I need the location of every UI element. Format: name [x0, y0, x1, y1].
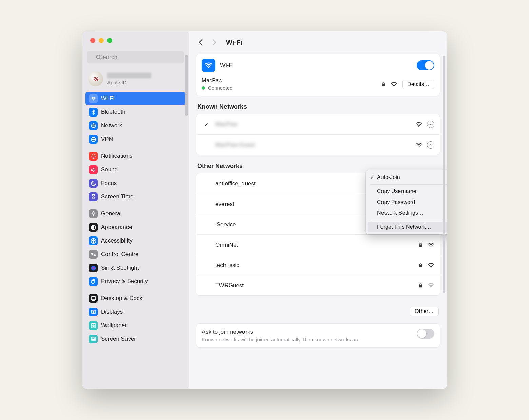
wifi-label: Wi-Fi	[220, 62, 412, 69]
topbar: Wi-Fi	[189, 31, 447, 54]
sidebar-item-label: General	[101, 210, 121, 217]
account-name-redacted	[107, 73, 151, 78]
sidebar-item-label: Appearance	[101, 224, 132, 231]
sidebar-item-label: Wi-Fi	[101, 95, 115, 102]
vpn-icon	[89, 135, 98, 144]
svg-point-23	[394, 86, 394, 86]
menu-item-copy-username[interactable]: Copy Username	[368, 186, 447, 197]
sidebar-item-desktop-dock[interactable]: Desktop & Dock	[85, 292, 185, 305]
ask-to-join-toggle[interactable]	[417, 329, 434, 339]
network-name: tech_ssid	[215, 262, 413, 269]
sidebar: Apple ID Wi-FiBluetoothNetworkVPNNotific…	[82, 31, 189, 389]
wifi-signal-icon	[428, 242, 434, 248]
details-button[interactable]: Details…	[402, 80, 434, 89]
svg-point-29	[431, 246, 431, 247]
wifi-signal-icon	[415, 142, 422, 148]
wifi-toggle[interactable]	[417, 60, 434, 70]
menu-item-forget-this-network[interactable]: Forget This Network…	[368, 222, 447, 232]
forward-button[interactable]	[210, 38, 218, 46]
apple-id-account[interactable]: Apple ID	[82, 67, 189, 92]
sidebar-item-focus[interactable]: Focus	[85, 176, 185, 190]
sidebar-item-label: Privacy & Security	[101, 278, 148, 285]
sidebar-item-bluetooth[interactable]: Bluetooth	[85, 105, 185, 119]
fullscreen-window-button[interactable]	[107, 38, 112, 43]
sidebar-item-label: Focus	[101, 180, 117, 187]
current-network-name: MacPaw	[202, 78, 376, 84]
sidebar-item-label: Accessibility	[101, 237, 133, 244]
svg-point-17	[93, 311, 94, 312]
content-scrollbar[interactable]	[443, 56, 445, 293]
close-window-button[interactable]	[90, 38, 95, 43]
svg-point-13	[91, 266, 96, 270]
bell-icon	[89, 152, 98, 161]
wifi-signal-icon	[428, 283, 434, 288]
sidebar-item-label: Wallpaper	[101, 322, 127, 329]
sidebar-item-wi-fi[interactable]: Wi-Fi	[85, 92, 185, 105]
gear-icon	[89, 209, 98, 218]
appearance-icon	[89, 223, 98, 232]
wifi-signal-icon	[428, 262, 434, 268]
sidebar-item-network[interactable]: Network	[85, 119, 185, 132]
sidebar-item-wallpaper[interactable]: Wallpaper	[85, 319, 185, 332]
sidebar-item-screen-saver[interactable]: Screen Saver	[85, 332, 185, 346]
known-networks-title: Known Networks	[196, 103, 440, 114]
network-row[interactable]: MacPaw-Guest•••	[196, 134, 440, 155]
sidebar-item-appearance[interactable]: Appearance	[85, 220, 185, 234]
sidebar-item-label: VPN	[101, 136, 113, 143]
wifi-status-card: Wi-Fi MacPaw Connected	[196, 54, 440, 96]
menu-item-auto-join[interactable]: Auto-Join	[368, 172, 447, 183]
network-icon	[89, 121, 98, 130]
wifi-icon	[89, 94, 98, 103]
lock-icon	[381, 81, 386, 87]
network-row[interactable]: tech_ssid	[196, 255, 440, 275]
sidebar-item-label: Network	[101, 122, 122, 129]
sidebar-item-control-centre[interactable]: Control Centre	[85, 248, 185, 261]
more-options-button[interactable]: •••	[427, 141, 434, 149]
svg-rect-15	[92, 300, 94, 300]
svg-point-31	[431, 287, 431, 288]
settings-window: Apple ID Wi-FiBluetoothNetworkVPNNotific…	[82, 31, 447, 389]
network-row[interactable]: OmniNet	[196, 234, 440, 255]
back-button[interactable]	[197, 38, 205, 46]
minimize-window-button[interactable]	[99, 38, 104, 43]
sidebar-item-label: Control Centre	[101, 251, 139, 258]
sidebar-item-screen-time[interactable]: Screen Time	[85, 190, 185, 204]
svg-point-8	[93, 239, 94, 240]
menu-item-copy-password[interactable]: Copy Password	[368, 197, 447, 208]
sidebar-item-notifications[interactable]: Notifications	[85, 149, 185, 163]
search-input[interactable]	[87, 51, 184, 63]
sidebar-item-label: Bluetooth	[101, 109, 125, 115]
svg-point-25	[418, 146, 419, 147]
sidebar-item-privacy-security[interactable]: Privacy & Security	[85, 275, 185, 288]
sidebar-item-label: Displays	[101, 309, 123, 315]
ask-to-join-card: Ask to join networks Known networks will…	[196, 323, 440, 348]
checkmark-icon: ✓	[202, 121, 211, 128]
sidebar-scrollbar[interactable]	[185, 55, 188, 116]
connection-status: Connected	[208, 85, 233, 91]
sidebar-item-label: Desktop & Dock	[101, 295, 142, 302]
other-network-button[interactable]: Other…	[410, 307, 439, 316]
network-context-menu: Auto-JoinCopy UsernameCopy PasswordNetwo…	[366, 170, 447, 234]
window-controls	[82, 31, 189, 46]
lock-icon	[418, 262, 423, 268]
screensaver-icon	[89, 335, 98, 343]
menu-item-network-settings[interactable]: Network Settings…	[368, 208, 447, 218]
sidebar-item-siri-spotlight[interactable]: Siri & Spotlight	[85, 261, 185, 275]
network-name: MacPaw	[215, 121, 411, 128]
sidebar-item-displays[interactable]: Displays	[85, 305, 185, 319]
more-options-button[interactable]: •••	[427, 121, 434, 128]
menu-separator	[370, 220, 447, 220]
sidebar-item-general[interactable]: General	[85, 207, 185, 220]
network-row[interactable]: ✓MacPaw•••	[196, 114, 440, 134]
svg-point-24	[418, 126, 419, 127]
svg-point-5	[93, 213, 94, 215]
sidebar-item-vpn[interactable]: VPN	[85, 132, 185, 146]
wallpaper-icon	[89, 321, 98, 330]
sidebar-item-sound[interactable]: Sound	[85, 163, 185, 176]
siri-icon	[89, 264, 98, 272]
svg-point-10	[91, 253, 93, 254]
svg-point-30	[431, 267, 431, 267]
network-name: OmniNet	[215, 241, 413, 248]
network-row[interactable]: TWRGuest	[196, 275, 440, 295]
sidebar-item-accessibility[interactable]: Accessibility	[85, 234, 185, 248]
